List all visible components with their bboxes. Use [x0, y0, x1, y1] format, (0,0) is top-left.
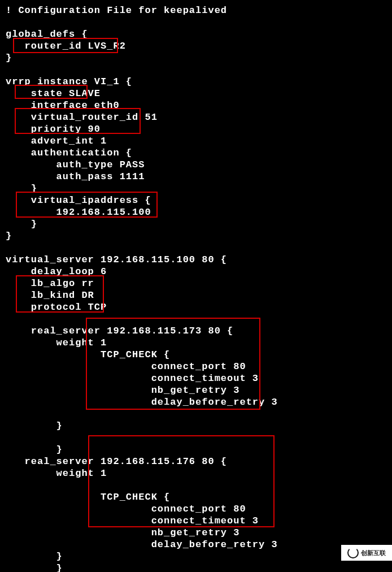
config-line: }: [6, 420, 386, 432]
config-line: router_id LVS_R2: [6, 40, 386, 52]
config-line: [6, 64, 386, 76]
config-line: nb_get_retry 3: [6, 527, 386, 539]
config-line: interface eth0: [6, 99, 386, 111]
config-line: }: [6, 218, 386, 230]
config-line: [6, 479, 386, 491]
config-line: connect_timeout 3: [6, 372, 386, 384]
config-line: lb_kind DR: [6, 289, 386, 301]
config-line: ! Configuration File for keepalived: [6, 5, 386, 16]
config-line: TCP_CHECK {: [6, 349, 386, 361]
config-line: real_server 192.168.115.173 80 {: [6, 325, 386, 337]
config-line: TCP_CHECK {: [6, 491, 386, 503]
config-line: }: [6, 562, 386, 572]
config-line: advert_int 1: [6, 135, 386, 147]
config-line: connect_port 80: [6, 361, 386, 372]
config-line: weight 1: [6, 337, 386, 349]
config-line: [6, 242, 386, 254]
config-line: [6, 432, 386, 444]
config-line: virtual_server 192.168.115.100 80 {: [6, 254, 386, 266]
watermark-logo: 创新互联: [341, 545, 392, 561]
config-line: weight 1: [6, 467, 386, 479]
config-line: delay_before_retry 3: [6, 539, 386, 551]
config-line: delay_loop 6: [6, 266, 386, 278]
config-line: virtual_ipaddress {: [6, 194, 386, 206]
config-line: vrrp_instance VI_1 {: [6, 76, 386, 88]
config-line: priority 90: [6, 123, 386, 135]
config-line: virtual_router_id 51: [6, 111, 386, 123]
config-line: }: [6, 551, 386, 562]
config-line: }: [6, 230, 386, 242]
config-line: state SLAVE: [6, 88, 386, 99]
config-line: }: [6, 444, 386, 456]
config-line: }: [6, 183, 386, 194]
config-line: lb_algo rr: [6, 278, 386, 289]
config-line: [6, 408, 386, 420]
config-line: delay_before_retry 3: [6, 396, 386, 408]
config-line: nb_get_retry 3: [6, 384, 386, 396]
config-line: 192.168.115.100: [6, 206, 386, 218]
config-line: real_server 192.168.115.176 80 {: [6, 456, 386, 467]
config-line: connect_port 80: [6, 503, 386, 515]
config-line: }: [6, 52, 386, 64]
config-line: [6, 313, 386, 325]
config-line: authentication {: [6, 147, 386, 159]
config-line: auth_type PASS: [6, 159, 386, 171]
config-line: protocol TCP: [6, 301, 386, 313]
logo-icon: [347, 547, 359, 558]
config-line: [6, 16, 386, 28]
config-line: auth_pass 1111: [6, 171, 386, 183]
config-line: connect_timeout 3: [6, 515, 386, 527]
watermark-text: 创新互联: [361, 547, 386, 559]
config-line: global_defs {: [6, 28, 386, 40]
